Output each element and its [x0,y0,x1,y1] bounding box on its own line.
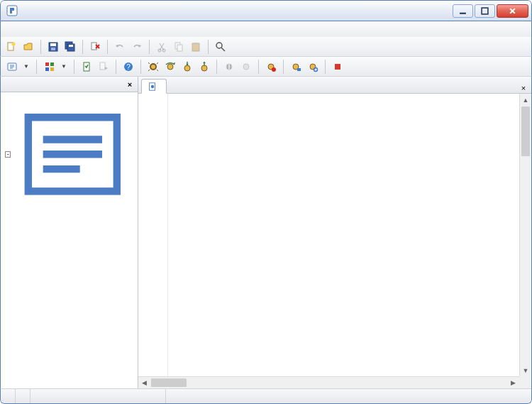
menu-file[interactable] [5,28,18,31]
project-icon [13,95,132,214]
setup-options-dropdown[interactable]: ▼ [4,59,32,75]
setup-options-icon [6,61,18,72]
svg-rect-25 [100,62,105,70]
minimize-button[interactable] [453,4,473,18]
search-button[interactable] [213,39,228,55]
maximize-button[interactable] [475,4,495,18]
svg-rect-11 [92,43,96,50]
sections-dropdown[interactable]: ▼ [41,59,70,75]
open-file-button[interactable] [21,39,36,55]
editor-tabstrip: × [138,77,531,94]
svg-rect-7 [51,48,55,50]
menu-search[interactable] [31,28,43,31]
svg-rect-34 [227,65,228,69]
svg-rect-23 [50,67,54,71]
status-column [16,389,31,403]
status-bar [0,388,532,404]
debug-step-out-button[interactable] [196,59,212,75]
svg-rect-22 [45,67,49,71]
status-insert-mode [151,389,166,403]
svg-point-32 [201,65,207,71]
code-content[interactable] [168,94,531,388]
svg-point-46 [151,84,154,87]
scrollbar-thumb[interactable] [521,107,530,156]
svg-rect-40 [297,68,301,71]
cut-button[interactable] [154,39,170,55]
main-toolbar [0,37,532,57]
debug-watch-button[interactable] [305,59,321,75]
menu-edit[interactable] [18,28,31,31]
svg-rect-15 [177,45,182,51]
svg-point-30 [167,64,173,70]
svg-rect-43 [335,64,340,70]
title-bar [0,0,532,21]
debug-breakpoint-button[interactable] [263,59,279,75]
redo-button[interactable] [129,39,145,55]
delete-button[interactable] [87,39,103,55]
app-icon [6,5,18,16]
tab-close-button[interactable]: × [519,83,528,93]
help-button[interactable]: ? [121,59,136,75]
svg-rect-10 [69,45,73,47]
new-file-button[interactable] [4,39,19,55]
save-all-button[interactable] [62,39,78,55]
scroll-down-arrow-icon[interactable]: ▼ [520,364,531,376]
scrollbar-thumb[interactable] [151,378,187,387]
horizontal-scrollbar[interactable]: ◀ ▶ [138,376,519,388]
scrollbar-corner [519,376,531,388]
sections-icon [44,61,55,72]
menu-tools[interactable] [82,28,94,31]
svg-rect-1 [460,12,466,13]
tab-setup-iss[interactable] [141,79,167,94]
menu-view[interactable] [43,28,56,31]
scroll-right-arrow-icon[interactable]: ▶ [507,377,519,388]
editor-area: × ▲ ▼ ◀ ▶ [138,77,531,388]
status-line [1,389,16,403]
compile-run-button[interactable] [96,59,111,75]
svg-point-18 [216,43,222,48]
sections-panel-header: × [1,77,138,92]
svg-point-36 [243,64,249,70]
debug-evaluate-button[interactable] [288,59,304,75]
menu-tabs[interactable] [94,28,107,31]
chevron-down-icon: ▼ [61,63,67,70]
debug-stop-disabled-button[interactable] [238,59,254,75]
svg-rect-17 [194,43,198,45]
menu-bar [0,21,532,37]
menu-help[interactable] [107,28,120,31]
debug-pause-button[interactable] [221,59,237,75]
sections-tree[interactable]: - [1,92,138,388]
vertical-scrollbar[interactable]: ▲ ▼ [519,94,531,376]
sections-panel-close-button[interactable]: × [125,80,135,89]
chevron-down-icon: ▼ [23,63,29,70]
undo-button[interactable] [112,39,128,55]
svg-point-42 [314,67,317,71]
save-button[interactable] [45,39,61,55]
svg-point-41 [310,64,316,70]
svg-point-31 [184,65,190,71]
svg-rect-6 [50,43,56,46]
debug-run-button[interactable] [145,59,161,75]
svg-rect-35 [230,65,231,69]
secondary-toolbar: ▼ ▼ ? [0,57,532,77]
code-editor[interactable]: ▲ ▼ ◀ ▶ [138,94,531,388]
scroll-left-arrow-icon[interactable]: ◀ [138,377,150,388]
svg-rect-21 [50,62,54,66]
line-number-gutter [138,94,168,388]
minus-icon: - [5,151,11,158]
paste-button[interactable] [188,39,204,55]
svg-point-29 [151,65,155,69]
scroll-up-arrow-icon[interactable]: ▲ [520,94,531,106]
menu-project[interactable] [56,28,69,31]
debug-stop-button[interactable] [330,59,345,75]
close-button[interactable] [497,4,528,18]
iss-file-icon [148,82,157,92]
svg-point-38 [272,67,276,72]
svg-text:?: ? [126,63,131,71]
debug-step-into-button[interactable] [179,59,195,75]
menu-debug[interactable] [69,28,82,31]
tree-root-project[interactable]: - [2,94,136,215]
compile-button[interactable] [79,59,94,75]
copy-button[interactable] [171,39,187,55]
debug-step-over-button[interactable] [162,59,178,75]
